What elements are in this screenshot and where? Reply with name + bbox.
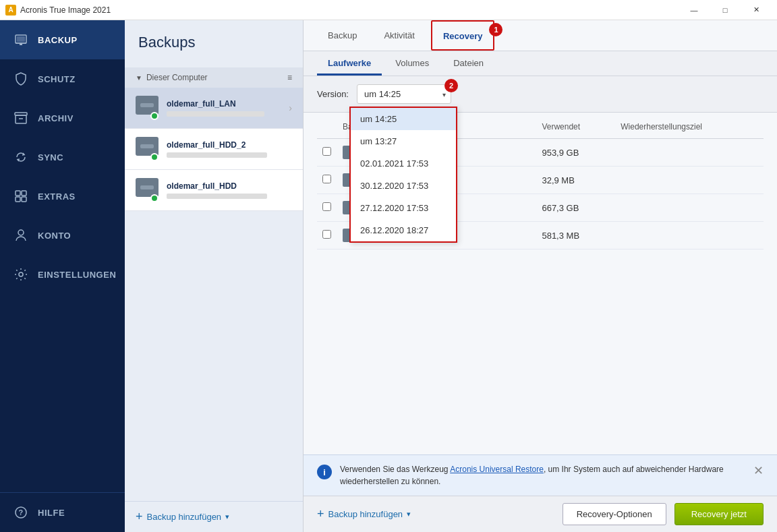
sidebar-item-konto[interactable]: KONTO — [0, 216, 125, 255]
sidebar-label-archiv: ARCHIV — [38, 113, 74, 123]
sidebar-item-archiv[interactable]: ARCHIV — [0, 98, 125, 138]
group-chevron-icon: ▼ — [136, 74, 142, 82]
sidebar-label-backup: BACKUP — [38, 35, 78, 45]
recovery-now-button[interactable]: Recovery jetzt — [674, 503, 764, 525]
row-checkbox-2[interactable] — [322, 202, 331, 211]
backup-group-name: Dieser Computer — [146, 73, 208, 82]
list-item[interactable]: oldemar_full_LAN › — [125, 88, 303, 129]
help-icon: ? — [13, 505, 28, 520]
info-text-before: Verwenden Sie das Werkzeug — [340, 465, 450, 474]
backup-item-icon-1 — [136, 96, 160, 120]
recovery-options-button[interactable]: Recovery-Optionen — [563, 503, 666, 525]
backup-list-title: Backups — [138, 34, 289, 51]
archive-icon — [13, 111, 28, 125]
add-backup-button[interactable]: + Backup hinzufügen ▾ — [125, 501, 303, 532]
tab-backup[interactable]: Backup — [317, 21, 368, 51]
col-verwendet: Verwendet — [536, 115, 615, 139]
app-title: Acronis True Image 2021 — [20, 5, 111, 15]
sidebar-label-konto: KONTO — [38, 231, 71, 241]
add-bottom-label[interactable]: Backup hinzufügen — [328, 509, 403, 519]
titlebar: A Acronis True Image 2021 — □ ✕ — [0, 0, 777, 20]
sidebar-item-extras[interactable]: EXTRAS — [0, 177, 125, 216]
apps-icon — [13, 189, 28, 204]
svg-point-11 — [18, 230, 24, 235]
sidebar-item-backup[interactable]: BACKUP — [0, 20, 125, 59]
sync-icon — [13, 150, 28, 165]
dropdown-item-5[interactable]: 26.12.2020 18:27 — [351, 219, 456, 241]
close-button[interactable]: ✕ — [741, 0, 772, 20]
sub-tab-laufwerke[interactable]: Laufwerke — [317, 51, 382, 76]
version-row: Version: um 14:25 ▾ 2 um 14:25 um 13:27 … — [304, 76, 777, 113]
add-bottom-chevron-icon: ▾ — [407, 510, 411, 519]
sub-tab-volumes[interactable]: Volumes — [384, 51, 440, 76]
info-link[interactable]: Acronis Universal Restore — [450, 465, 544, 474]
svg-point-12 — [19, 272, 23, 276]
version-label: Version: — [317, 89, 349, 99]
row-size-3: 581,3 MB — [536, 222, 615, 249]
row-size-0: 953,9 GB — [536, 139, 615, 167]
svg-rect-10 — [22, 197, 26, 202]
row-checkbox-1[interactable] — [322, 175, 331, 183]
tab-recovery[interactable]: Recovery — [431, 20, 495, 51]
list-item[interactable]: oldemar_full_HDD — [125, 170, 303, 211]
recovery-badge: 1 — [489, 23, 502, 36]
tab-aktivitaet[interactable]: Aktivität — [373, 21, 426, 51]
dropdown-item-0[interactable]: um 14:25 — [351, 108, 456, 130]
backup-item-sub-1 — [167, 111, 264, 117]
backup-item-name-1: oldemar_full_LAN — [167, 99, 289, 109]
svg-text:?: ? — [18, 508, 23, 516]
dropdown-item-3[interactable]: 30.12.2020 17:53 — [351, 175, 456, 197]
svg-rect-8 — [22, 191, 26, 196]
gear-icon — [13, 267, 28, 282]
row-target-2 — [615, 194, 764, 222]
dropdown-item-4[interactable]: 27.12.2020 17:53 — [351, 197, 456, 219]
svg-rect-1 — [17, 36, 25, 42]
minimize-button[interactable]: — — [679, 0, 710, 20]
dropdown-item-1[interactable]: um 13:27 — [351, 130, 456, 152]
sidebar-item-schutz[interactable]: SCHUTZ — [0, 59, 125, 98]
user-icon — [13, 228, 28, 243]
bottom-add-backup: + Backup hinzufügen ▾ — [317, 507, 411, 521]
sub-tab-dateien[interactable]: Dateien — [442, 51, 494, 76]
svg-rect-9 — [16, 197, 20, 202]
info-close-button[interactable]: ✕ — [753, 463, 764, 478]
group-menu-icon: ≡ — [287, 73, 292, 82]
backup-item-info-2: oldemar_full_HDD_2 — [167, 140, 292, 158]
status-dot-2 — [150, 153, 159, 161]
row-target-0 — [615, 139, 764, 167]
backup-item-sub-2 — [167, 152, 267, 158]
backup-group-left: ▼ Dieser Computer — [136, 73, 208, 82]
sidebar-label-hilfe: HILFE — [38, 508, 65, 518]
sidebar-label-extras: EXTRAS — [38, 191, 76, 202]
sidebar-item-einstellungen[interactable]: EINSTELLUNGEN — [0, 255, 125, 294]
version-select[interactable]: um 14:25 — [357, 84, 451, 104]
shield-icon — [13, 71, 28, 86]
row-checkbox-3[interactable] — [322, 230, 331, 239]
sidebar: BACKUP SCHUTZ ARCHIV — [0, 20, 125, 532]
sidebar-item-sync[interactable]: SYNC — [0, 138, 125, 177]
sidebar-item-hilfe[interactable]: ? HILFE — [0, 493, 125, 532]
svg-rect-5 — [16, 115, 26, 123]
add-bottom-plus-icon: + — [317, 507, 324, 521]
status-dot-1 — [150, 112, 159, 120]
sub-tabs: Laufwerke Volumes Dateien — [304, 51, 777, 76]
plus-icon: + — [136, 510, 143, 524]
svg-rect-7 — [16, 191, 20, 196]
col-checkbox — [317, 115, 337, 139]
row-checkbox-0[interactable] — [322, 147, 331, 156]
maximize-button[interactable]: □ — [710, 0, 741, 20]
backup-icon — [13, 32, 28, 47]
list-item[interactable]: oldemar_full_HDD_2 — [125, 129, 303, 170]
dropdown-item-2[interactable]: 02.01.2021 17:53 — [351, 152, 456, 175]
tab-recovery-wrapper: Recovery 1 — [431, 20, 495, 51]
row-size-2: 667,3 GB — [536, 194, 615, 222]
add-backup-chevron-icon: ▾ — [225, 512, 229, 521]
dropdown-badge: 2 — [444, 79, 458, 92]
status-dot-3 — [150, 194, 159, 202]
backup-group-header[interactable]: ▼ Dieser Computer ≡ — [125, 67, 303, 88]
app-icon: A — [5, 5, 16, 16]
sidebar-label-schutz: SCHUTZ — [38, 74, 76, 84]
action-bar: + Backup hinzufügen ▾ Recovery-Optionen … — [304, 496, 777, 532]
backup-list-header: Backups — [125, 20, 303, 67]
content-area: Backups ▼ Dieser Computer ≡ oldemar_full… — [125, 20, 777, 532]
